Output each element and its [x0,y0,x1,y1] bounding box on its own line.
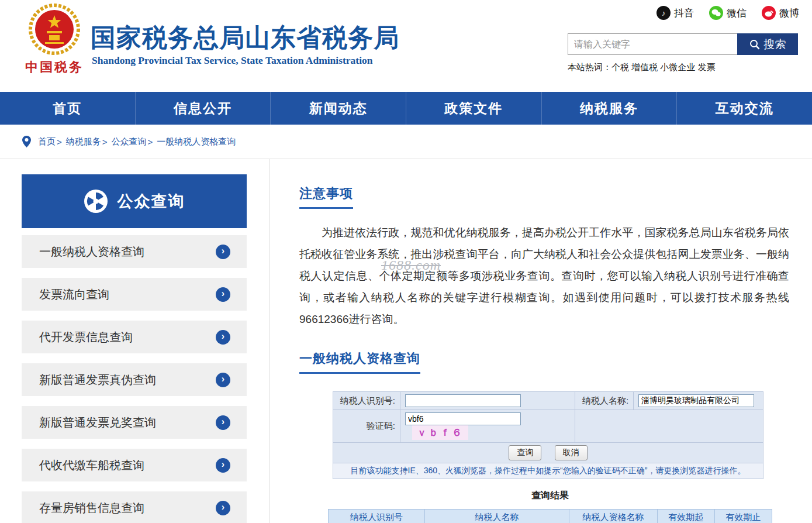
nav-item-home[interactable]: 首页 [0,92,136,125]
weibo-icon [762,6,776,20]
tax-emblem-icon [27,4,82,59]
social-douyin-label: 抖音 [674,6,694,20]
breadcrumb-separator: > [148,137,153,147]
sidebar-header: 公众查询 [22,174,247,228]
breadcrumb: 首页 > 纳税服务 > 公众查询 > 一般纳税人资格查询 [0,125,812,159]
sidebar-item-label: 发票流向查询 [39,287,109,302]
query-button[interactable]: 查询 [509,445,541,460]
breadcrumb-item-current: 一般纳税人资格查询 [157,136,236,147]
sidebar-title: 公众查询 [118,191,185,212]
site-logo: 中国税务 [20,4,89,76]
results-header-taxpayer-id: 纳税人识别号 [329,510,425,523]
captcha-row-spacer [575,410,763,443]
captcha-input[interactable] [405,412,521,425]
site-title: 国家税务总局山东省税务局 [91,21,399,55]
location-pin-icon [22,136,31,147]
social-links: ♪ 抖音 微信 微博 [656,6,799,20]
taxpayer-id-label: 纳税人识别号: [333,392,400,410]
sidebar-item-label: 存量房销售信息查询 [39,500,144,516]
nav-item-info-disclosure[interactable]: 信息公开 [136,92,271,125]
sidebar-item-invoice-flow-query[interactable]: 发票流向查询 › [22,278,247,311]
breadcrumb-separator: > [57,137,62,147]
taxpayer-id-input[interactable] [405,394,521,407]
social-douyin[interactable]: ♪ 抖音 [656,6,694,20]
notice-text: 为推进依法行政，规范和优化纳税服务，提高办税公开工作水平，国家税务总局山东省税务… [299,222,789,330]
results-title: 查询结果 [328,490,772,502]
sidebar: 公众查询 一般纳税人资格查询 › 发票流向查询 › 代开发票信息查询 › 新版普… [22,174,247,523]
results-header-valid-to: 有效期止 [714,510,772,523]
results-section: 查询结果 纳税人识别号 纳税人名称 纳税人资格名称 有效期起 有效期止 9137… [328,490,772,523]
taxpayer-name-label: 纳税人名称: [575,392,634,410]
chevron-right-icon: › [216,458,230,473]
captcha-image[interactable]: ｖｂｆ６ [412,425,468,440]
sidebar-item-label: 新版普通发票真伪查询 [39,372,156,388]
breadcrumb-item-home[interactable]: 首页 [38,136,56,147]
results-header-valid-from: 有效期起 [657,510,714,523]
sidebar-item-invoice-authenticity-query[interactable]: 新版普通发票真伪查询 › [22,363,247,396]
sidebar-item-label: 代收代缴车船税查询 [39,457,144,473]
sidebar-item-label: 代开发票信息查询 [39,329,133,345]
breadcrumb-item-tax-service[interactable]: 纳税服务 [66,136,101,147]
search-input[interactable] [568,33,737,55]
taxpayer-name-input[interactable] [638,394,754,407]
social-wechat[interactable]: 微信 [709,6,747,20]
site-header: 中国税务 国家税务总局山东省税务局 Shandong Provincial Ta… [0,0,812,92]
chevron-right-icon: › [216,287,230,302]
hotwords: 本站热词：个税 增值税 小微企业 发票 [568,62,716,73]
social-weibo[interactable]: 微博 [762,6,799,20]
site-search: 搜索 [568,33,798,55]
chevron-right-icon: › [216,330,230,345]
search-icon [749,39,760,50]
breadcrumb-item-public-query[interactable]: 公众查询 [112,136,147,147]
breadcrumb-separator: > [102,137,108,147]
social-wechat-label: 微信 [727,6,747,20]
nav-item-tax-service[interactable]: 纳税服务 [542,92,678,125]
chevron-right-icon: › [216,415,230,430]
query-section-title: 一般纳税人资格查询 [299,350,420,374]
search-button-label: 搜索 [764,37,786,52]
query-form: 纳税人识别号: 纳税人名称: 验证码: ｖｂｆ６ 查询 取消 目前该功能支持 [333,391,763,479]
chevron-right-icon: › [216,501,230,515]
browser-note: 目前该功能支持IE、360、火狐浏览器，操作过程中如提示“您输入的验证码不正确”… [333,463,763,479]
results-header-row: 纳税人识别号 纳税人名称 纳税人资格名称 有效期起 有效期止 [329,510,772,523]
results-header-qualification: 纳税人资格名称 [569,510,658,523]
site-subtitle: Shandong Provincial Tax Service, State T… [92,54,373,67]
sidebar-item-issued-invoice-info-query[interactable]: 代开发票信息查询 › [22,321,247,353]
sidebar-item-vehicle-vessel-tax-query[interactable]: 代收代缴车船税查询 › [22,449,247,481]
sidebar-item-general-taxpayer-query[interactable]: 一般纳税人资格查询 › [22,235,247,268]
sidebar-item-housing-sales-info-query[interactable]: 存量房销售信息查询 › [22,491,247,523]
wechat-icon [709,6,723,20]
results-header-taxpayer-name: 纳税人名称 [424,510,569,523]
logo-text: 中国税务 [20,59,89,76]
sidebar-item-label: 一般纳税人资格查询 [39,244,144,260]
cancel-button[interactable]: 取消 [555,445,588,460]
notice-title: 注意事项 [299,185,353,209]
search-button[interactable]: 搜索 [737,33,798,55]
sidebar-item-invoice-lottery-query[interactable]: 新版普通发票兑奖查询 › [22,406,247,439]
social-weibo-label: 微博 [779,6,799,20]
results-table: 纳税人识别号 纳税人名称 纳税人资格名称 有效期起 有效期止 91370304M… [328,509,772,523]
public-query-icon [84,189,108,214]
chevron-right-icon: › [216,373,230,387]
main-content: 1688.com 注意事项 为推进依法行政，规范和优化纳税服务，提高办税公开工作… [269,159,812,523]
main-nav: 首页 信息公开 新闻动态 政策文件 纳税服务 互动交流 [0,92,812,125]
nav-item-policy-documents[interactable]: 政策文件 [406,92,542,125]
nav-item-interaction[interactable]: 互动交流 [677,92,812,125]
chevron-right-icon: › [216,245,230,259]
douyin-icon: ♪ [656,6,671,20]
nav-item-news[interactable]: 新闻动态 [271,92,406,125]
sidebar-item-label: 新版普通发票兑奖查询 [39,415,156,431]
captcha-label: 验证码: [333,410,400,443]
